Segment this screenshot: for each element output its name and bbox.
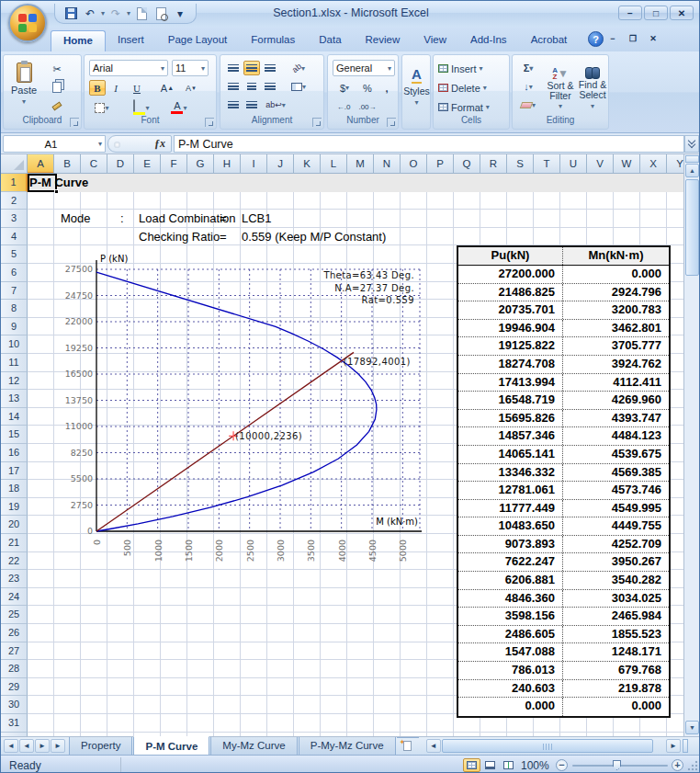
previous-sheet-icon[interactable]: ◄ <box>19 739 34 753</box>
row-header-6[interactable]: 6 <box>1 264 28 282</box>
shrink-font-button[interactable]: A▼ <box>180 80 202 96</box>
styles-button[interactable]: A Styles▾ <box>405 60 428 113</box>
row-header-24[interactable]: 24 <box>1 588 28 607</box>
column-header-Q[interactable]: Q <box>454 154 480 174</box>
zoom-level[interactable]: 100% <box>521 759 549 772</box>
orientation-button[interactable]: ab▾ <box>285 61 312 75</box>
minimize-button[interactable]: − <box>618 6 642 20</box>
table-row[interactable]: 7622.2473950.267 <box>458 553 669 572</box>
column-header-M[interactable]: M <box>347 154 374 174</box>
table-row[interactable]: 786.013679.768 <box>458 662 669 680</box>
vertical-scroll-thumb[interactable] <box>685 179 699 276</box>
tab-view[interactable]: View <box>412 30 458 51</box>
fill-color-button[interactable]: ▾ <box>127 99 156 116</box>
row-header-22[interactable]: 22 <box>1 552 28 571</box>
tab-page-layout[interactable]: Page Layout <box>156 30 240 51</box>
worksheet-grid[interactable]: P-M Curve Mode : Load Combination = LCB1… <box>28 174 686 736</box>
cell-eq1[interactable]: = <box>220 210 227 228</box>
column-header-E[interactable]: E <box>134 154 161 174</box>
font-size-combo[interactable]: 11▾ <box>172 60 209 76</box>
pm-curve-chart[interactable]: 0275055008250110001375016500192502200024… <box>54 251 458 574</box>
cell-eq2[interactable]: = <box>220 228 227 246</box>
row-header-25[interactable]: 25 <box>1 606 28 624</box>
italic-button[interactable]: I <box>107 80 124 96</box>
row-header-21[interactable]: 21 <box>1 534 28 552</box>
row-header-17[interactable]: 17 <box>1 462 28 481</box>
sheet-tab-p-my-mz-curve[interactable]: P-My-Mz Curve <box>299 737 396 756</box>
autosum-button[interactable]: Σ▾ <box>516 61 540 75</box>
close-button[interactable]: ✕ <box>670 6 694 20</box>
insert-function-button[interactable]: ƒx <box>107 135 172 153</box>
clipboard-dialog-launcher-icon[interactable] <box>70 118 79 127</box>
column-header-U[interactable]: U <box>560 154 587 174</box>
column-header-C[interactable]: C <box>81 154 107 174</box>
row-header-13[interactable]: 13 <box>1 390 28 408</box>
table-row[interactable]: 6206.8813540.282 <box>458 572 669 590</box>
comma-style-button[interactable]: , <box>378 80 395 96</box>
cell-ratio-value[interactable]: 0.559 (Keep M/P Constant) <box>242 228 386 246</box>
row-header-29[interactable]: 29 <box>1 678 28 697</box>
row-header-30[interactable]: 30 <box>1 696 28 714</box>
column-header-G[interactable]: G <box>187 154 214 174</box>
format-cells-button[interactable]: Format▾ <box>438 99 506 115</box>
find-select-button[interactable]: Find & Select▾ <box>577 60 608 117</box>
tab-formulas[interactable]: Formulas <box>239 30 307 51</box>
column-header-T[interactable]: T <box>534 154 560 174</box>
resize-grip[interactable] <box>686 759 699 772</box>
select-all-corner[interactable] <box>1 154 28 174</box>
table-row[interactable]: 4846.3603034.025 <box>458 590 669 608</box>
row-header-15[interactable]: 15 <box>1 426 28 444</box>
table-row[interactable]: 1547.0881248.171 <box>458 643 669 662</box>
sheet-tab-my-mz-curve[interactable]: My-Mz Curve <box>210 737 297 756</box>
table-row[interactable]: 13346.3324569.385 <box>458 464 669 483</box>
tab-home[interactable]: Home <box>51 30 106 51</box>
name-box[interactable]: A1▾ <box>3 135 106 153</box>
row-header-3[interactable]: 3 <box>1 210 28 228</box>
format-painter-button[interactable] <box>48 97 66 114</box>
increase-indent-button[interactable] <box>243 97 260 112</box>
column-header-H[interactable]: H <box>214 154 241 174</box>
table-row[interactable]: 12781.0614573.746 <box>458 482 669 500</box>
wrap-text-button[interactable]: ab↩▾ <box>262 97 289 112</box>
table-row[interactable]: 10483.6504449.755 <box>458 517 669 536</box>
row-header-7[interactable]: 7 <box>1 282 28 301</box>
accounting-format-button[interactable]: $▾ <box>333 80 356 96</box>
bottom-align-button[interactable] <box>262 61 278 75</box>
row-header-16[interactable]: 16 <box>1 444 28 462</box>
align-left-button[interactable] <box>225 79 242 94</box>
horizontal-scrollbar[interactable]: ◄ ► <box>426 737 700 756</box>
tab-split-handle[interactable] <box>683 739 688 753</box>
table-row[interactable]: 2486.6051855.523 <box>458 626 669 644</box>
zoom-in-button[interactable]: + <box>672 759 683 771</box>
insert-worksheet-tab[interactable]: ✦ <box>397 737 419 738</box>
vertical-scrollbar[interactable]: ▲ ▼ <box>683 154 699 736</box>
cut-button[interactable]: ✂ <box>48 61 66 77</box>
help-icon[interactable]: ? <box>588 31 604 47</box>
cell-mode-label[interactable]: Mode <box>61 210 91 228</box>
table-row[interactable]: 19946.9043462.801 <box>458 320 669 338</box>
row-header-23[interactable]: 23 <box>1 570 28 588</box>
sheet-tab-p-m-curve[interactable]: P-M Curve <box>133 736 209 756</box>
column-header-P[interactable]: P <box>427 154 454 174</box>
normal-view-button[interactable] <box>463 758 480 772</box>
tab-add-ins[interactable]: Add-Ins <box>458 30 519 51</box>
row-header-14[interactable]: 14 <box>1 408 28 426</box>
fill-handle[interactable] <box>54 189 59 194</box>
workbook-restore-button[interactable]: ❐ <box>624 32 642 45</box>
merge-center-button[interactable]: ▾ <box>285 79 312 94</box>
decrease-decimal-button[interactable]: .00→ <box>356 99 378 114</box>
tab-acrobat[interactable]: Acrobat <box>519 30 580 51</box>
cell-lcb1-value[interactable]: LCB1 <box>242 210 272 228</box>
table-row[interactable]: 20735.7013200.783 <box>458 301 669 320</box>
row-header-2[interactable]: 2 <box>1 192 28 210</box>
copy-button[interactable] <box>48 79 66 96</box>
font-name-combo[interactable]: Arial▾ <box>89 60 168 76</box>
paste-button[interactable]: Paste▾ <box>6 59 41 119</box>
borders-button[interactable]: ▾ <box>89 99 115 116</box>
formula-input[interactable]: P-M Curve <box>174 135 684 153</box>
row-header-11[interactable]: 11 <box>1 354 28 372</box>
increase-decimal-button[interactable]: ←.0 <box>333 99 355 114</box>
number-format-combo[interactable]: General▾ <box>333 60 395 76</box>
maximize-button[interactable]: □ <box>644 6 668 20</box>
column-header-A[interactable]: A <box>28 154 54 174</box>
